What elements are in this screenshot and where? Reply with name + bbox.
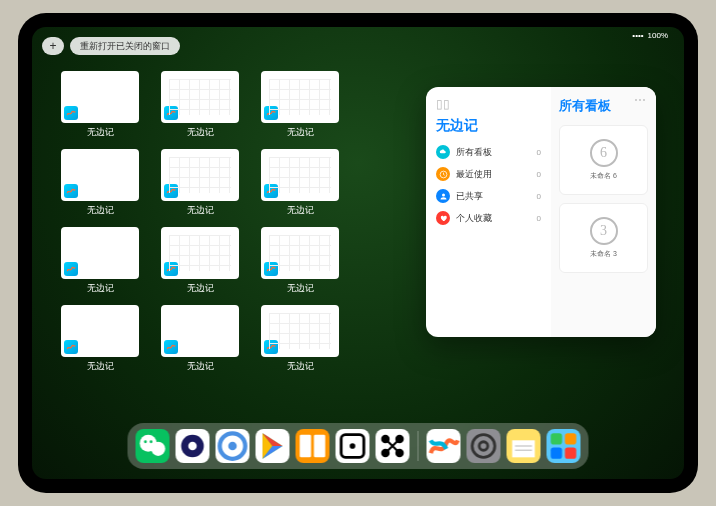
- dock: [128, 423, 589, 469]
- window-thumbnail[interactable]: 无边记: [60, 305, 140, 373]
- svg-point-7: [188, 442, 197, 451]
- freeform-popover: ⋯ ▯▯ 无边记 所有看板0最近使用0已共享0个人收藏0 所有看板 6未命名 6…: [426, 87, 656, 337]
- freeform-app-icon: [264, 184, 278, 198]
- freeform-app-icon: [64, 184, 78, 198]
- svg-point-5: [150, 440, 153, 443]
- signal-icon: ••••: [632, 31, 643, 40]
- settings-icon[interactable]: [467, 429, 501, 463]
- sidebar-item[interactable]: 最近使用0: [436, 167, 541, 181]
- window-thumbnail[interactable]: 无边记: [160, 149, 240, 217]
- statusbar: •••• 100%: [632, 31, 668, 40]
- window-thumbnail[interactable]: 无边记: [60, 227, 140, 295]
- window-label: 无边记: [187, 282, 214, 295]
- svg-rect-24: [565, 433, 576, 444]
- window-label: 无边记: [187, 204, 214, 217]
- window-label: 无边记: [87, 204, 114, 217]
- person-icon: [436, 189, 450, 203]
- connect-icon[interactable]: [376, 429, 410, 463]
- board-card[interactable]: 6未命名 6: [559, 125, 648, 195]
- sidebar-item-label: 个人收藏: [456, 212, 492, 225]
- app-library-icon[interactable]: [547, 429, 581, 463]
- svg-point-3: [151, 442, 165, 456]
- board-thumbnail: 3: [590, 217, 618, 245]
- window-thumbnail[interactable]: 无边记: [160, 71, 240, 139]
- sidebar-item-label: 已共享: [456, 190, 483, 203]
- sidebar-item-count: 0: [537, 214, 541, 223]
- window-thumbnail[interactable]: 无边记: [60, 71, 140, 139]
- freeform-app-icon: [164, 262, 178, 276]
- svg-point-19: [479, 442, 488, 451]
- svg-point-4: [144, 440, 147, 443]
- sidebar-item[interactable]: 个人收藏0: [436, 211, 541, 225]
- books-icon[interactable]: [296, 429, 330, 463]
- app-switcher-grid: 无边记无边记无边记无边记无边记无边记无边记无边记无边记无边记无边记无边记: [60, 71, 440, 373]
- window-thumbnail[interactable]: 无边记: [160, 305, 240, 373]
- window-label: 无边记: [87, 360, 114, 373]
- quark-icon[interactable]: [176, 429, 210, 463]
- sidebar-item-count: 0: [537, 192, 541, 201]
- svg-point-9: [228, 442, 237, 451]
- svg-rect-26: [565, 447, 576, 458]
- svg-rect-10: [300, 435, 311, 458]
- sidebar-item[interactable]: 所有看板0: [436, 145, 541, 159]
- window-thumbnail[interactable]: 无边记: [60, 149, 140, 217]
- window-thumbnail[interactable]: 无边记: [260, 305, 340, 373]
- board-card[interactable]: 3未命名 3: [559, 203, 648, 273]
- window-label: 无边记: [187, 126, 214, 139]
- window-label: 无边记: [187, 360, 214, 373]
- freeform-app-icon: [264, 106, 278, 120]
- freeform-app-icon: [164, 184, 178, 198]
- window-thumbnail[interactable]: 无边记: [260, 71, 340, 139]
- sidebar-item-label: 所有看板: [456, 146, 492, 159]
- svg-point-1: [442, 193, 445, 196]
- board-thumbnail: 6: [590, 139, 618, 167]
- cloud-icon: [436, 145, 450, 159]
- sidebar-item-count: 0: [537, 170, 541, 179]
- freeform-app-icon: [164, 340, 178, 354]
- svg-rect-25: [551, 447, 562, 458]
- freeform-icon[interactable]: [427, 429, 461, 463]
- window-label: 无边记: [287, 360, 314, 373]
- home-screen: •••• 100% + 重新打开已关闭的窗口 无边记无边记无边记无边记无边记无边…: [32, 27, 684, 479]
- window-thumbnail[interactable]: 无边记: [260, 227, 340, 295]
- battery-indicator: 100%: [648, 31, 668, 40]
- freeform-app-icon: [264, 340, 278, 354]
- sidebar-item[interactable]: 已共享0: [436, 189, 541, 203]
- sidebar-item-label: 最近使用: [456, 168, 492, 181]
- heart-icon: [436, 211, 450, 225]
- freeform-app-icon: [64, 340, 78, 354]
- new-window-button[interactable]: +: [42, 37, 64, 55]
- window-label: 无边记: [287, 282, 314, 295]
- freeform-app-icon: [164, 106, 178, 120]
- notes-icon[interactable]: [507, 429, 541, 463]
- sidebar-item-count: 0: [537, 148, 541, 157]
- wechat-icon[interactable]: [136, 429, 170, 463]
- window-thumbnail[interactable]: 无边记: [160, 227, 240, 295]
- play-icon[interactable]: [256, 429, 290, 463]
- more-icon[interactable]: ⋯: [634, 93, 646, 107]
- svg-rect-23: [551, 433, 562, 444]
- dock-separator: [418, 431, 419, 461]
- svg-point-18: [472, 435, 495, 458]
- dice-icon[interactable]: [336, 429, 370, 463]
- qqbrowser-icon[interactable]: [216, 429, 250, 463]
- board-name: 未命名 3: [590, 249, 617, 259]
- reopen-closed-window-button[interactable]: 重新打开已关闭的窗口: [70, 37, 180, 55]
- board-name: 未命名 6: [590, 171, 617, 181]
- svg-rect-20: [512, 440, 535, 457]
- window-thumbnail[interactable]: 无边记: [260, 149, 340, 217]
- freeform-app-icon: [64, 262, 78, 276]
- freeform-app-icon: [264, 262, 278, 276]
- sidebar-icon: ▯▯: [436, 97, 541, 111]
- svg-point-13: [350, 443, 356, 449]
- window-label: 无边记: [287, 204, 314, 217]
- svg-rect-11: [314, 435, 325, 458]
- window-label: 无边记: [87, 126, 114, 139]
- freeform-app-icon: [64, 106, 78, 120]
- window-label: 无边记: [87, 282, 114, 295]
- clock-icon: [436, 167, 450, 181]
- popover-title: 无边记: [436, 117, 541, 135]
- window-label: 无边记: [287, 126, 314, 139]
